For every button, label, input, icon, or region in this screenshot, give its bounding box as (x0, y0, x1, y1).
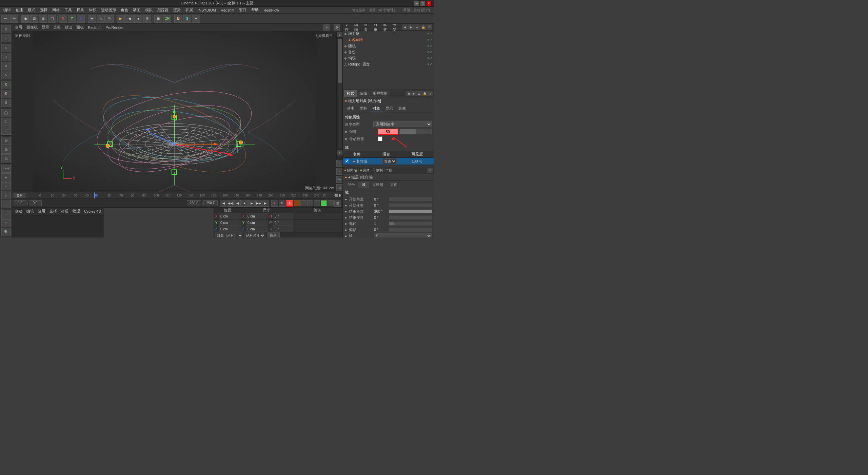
stop-btn[interactable]: ■ (241, 200, 248, 207)
move-btn[interactable]: ✛ (88, 15, 96, 23)
layer-tab-direction[interactable]: 方向 (387, 182, 401, 188)
undo-button[interactable]: ↩ (1, 15, 9, 23)
add-btn[interactable]: + (1, 34, 11, 42)
play-reverse-btn[interactable]: ◀ (234, 200, 241, 207)
sculpt-btn[interactable]: S (1, 90, 11, 98)
menu-animation[interactable]: 动画 (131, 7, 142, 13)
play-btn[interactable]: ▶ (248, 200, 255, 207)
rotate-btn[interactable]: ↻ (105, 15, 114, 23)
region-checkbox[interactable] (345, 159, 349, 163)
grid-btn[interactable]: ⊞ (154, 15, 162, 23)
vp-menu-panel[interactable]: 面板 (76, 25, 84, 30)
vp-extra-btn[interactable]: ⊡ (336, 184, 343, 191)
x-pos-input[interactable] (219, 213, 241, 219)
bottom-menu-edit[interactable]: 编辑 (25, 209, 35, 214)
b-rot-input[interactable] (273, 226, 293, 232)
consider-mass-checkbox[interactable] (378, 136, 382, 141)
scale-tool[interactable]: ⤡ (1, 71, 11, 79)
next-frame-btn[interactable]: ▶▶ (255, 200, 262, 207)
layer-tab-blend[interactable]: 混合 (344, 182, 358, 188)
props-nav-back[interactable]: ◀ (406, 91, 411, 96)
obj-backup[interactable]: ◆ 备份 ■ ✓ (343, 49, 434, 55)
frame-end-input[interactable] (187, 200, 201, 206)
menu-tools[interactable]: 工具 (62, 7, 74, 13)
qr-btn[interactable]: QR (163, 15, 171, 23)
bridge-btn[interactable]: ⊡ (1, 154, 11, 163)
menu-mode[interactable]: 模式 (26, 7, 37, 13)
redo-button[interactable]: ↪ (10, 15, 18, 23)
bottom-menu-material[interactable]: 材质 (60, 209, 70, 214)
render-btn[interactable]: ▶ (117, 15, 125, 23)
vp-menu-display[interactable]: 显示 (42, 25, 49, 30)
viewport-scrollbar[interactable]: ▲ ▼ + − 📷 ⊡ (336, 31, 342, 192)
go-start-btn[interactable]: |◀ (220, 200, 226, 207)
apply-button[interactable]: 应用 (267, 232, 280, 238)
autokey-btn[interactable]: A (286, 200, 293, 207)
vp-menu-redshift[interactable]: Redshift (88, 25, 101, 30)
extra-btn[interactable]: ✦ (192, 15, 200, 23)
vp-plus-btn[interactable]: + (336, 160, 343, 167)
snap-btn[interactable]: S (183, 15, 191, 23)
vp-menu-options[interactable]: 选项 (53, 25, 61, 30)
vp-expand-btn[interactable]: ↗ (323, 24, 330, 31)
obj-field[interactable]: ◆ 均场 ■ ✓ (343, 55, 434, 61)
rect-tool[interactable]: □ (1, 219, 11, 227)
bottom-menu-create[interactable]: 创建 (14, 209, 24, 214)
y-pos-input[interactable] (219, 220, 241, 226)
menu-create[interactable]: 创建 (14, 7, 25, 13)
obj-direction-field[interactable]: ● 名向域 ■ ✓ (343, 37, 434, 43)
menu-extend[interactable]: 扩展 (183, 7, 195, 13)
select-model-btn[interactable]: ◉ (21, 15, 29, 23)
rp-nav-expand[interactable]: ↗ (427, 24, 432, 30)
lasso-btn[interactable]: ◯ (1, 109, 11, 117)
deform-btn[interactable]: ⌂ (1, 191, 11, 199)
transform-end-bar[interactable] (389, 215, 432, 220)
layer-tab-remap[interactable]: 重映射 (369, 182, 387, 188)
spline2-btn[interactable]: ∫ (1, 200, 11, 208)
select-polys-btn[interactable]: ◫ (48, 15, 56, 23)
vp-menu-camera[interactable]: 摄像机 (26, 25, 38, 30)
angle-start-bar[interactable] (389, 197, 432, 201)
vp-menu-filter[interactable]: 过滤 (65, 25, 72, 30)
strength-slider[interactable] (399, 129, 432, 134)
bottom-menu-view[interactable]: 查看 (37, 209, 47, 214)
rp-nav-lock[interactable]: 🔒 (420, 24, 426, 30)
camera-btn[interactable]: CAM (1, 165, 11, 173)
menu-character[interactable]: 角色 (119, 7, 130, 13)
size-mode-select[interactable]: 绝对尺寸 (244, 232, 265, 238)
mode-tab-userdata[interactable]: 用户数据 (370, 90, 390, 97)
menu-edit[interactable]: 编辑 (1, 7, 13, 13)
viewport-canvas[interactable]: X Y (12, 31, 336, 192)
iterate-bar[interactable] (389, 222, 432, 226)
select-edges-btn[interactable]: ⊞ (39, 15, 47, 23)
vp-minus-btn[interactable]: − (336, 168, 343, 175)
region-icons-expand[interactable]: ↗ (427, 168, 433, 173)
knife-btn[interactable]: ⊠ (1, 146, 11, 154)
vp-menu-prorender[interactable]: ProRender (105, 25, 123, 30)
move-tool[interactable]: ✛ (1, 53, 11, 61)
select-points-btn[interactable]: ⊡ (30, 15, 38, 23)
rp-nav-forward[interactable]: ▶ (408, 24, 414, 30)
menu-tracker[interactable]: 跟踪器 (155, 7, 171, 13)
props-nav-forward[interactable]: ▶ (411, 91, 416, 96)
render-settings-btn[interactable]: ⚙ (143, 15, 151, 23)
props-tab-object[interactable]: 对象 (370, 105, 383, 112)
frame-total-input[interactable] (203, 200, 218, 206)
obj-forcefield[interactable]: ◆ 域力场 ■ ✓ (343, 31, 434, 37)
props-tab-display[interactable]: 显示 (383, 105, 396, 112)
region-blend-select[interactable]: 普通 (382, 158, 397, 164)
vp-settings-btn[interactable]: ⚙ (334, 24, 340, 31)
circle-tool[interactable]: ○ (1, 210, 11, 218)
bottom-menu-cycles[interactable]: Cycles 4D (83, 209, 102, 213)
menu-insydium[interactable]: INSYDIUM (196, 7, 218, 13)
x-axis-btn[interactable]: X (59, 15, 67, 23)
timeline-extra-btn[interactable]: ▤ (334, 200, 341, 207)
extrude-btn[interactable]: ⊟ (1, 137, 11, 145)
menu-realflow[interactable]: RealFlow (261, 7, 281, 13)
spline-pen[interactable]: S (1, 99, 11, 107)
props-tab-basic[interactable]: 基本 (344, 105, 357, 112)
render-region-btn[interactable]: ◀ (125, 15, 134, 23)
close-button[interactable]: ✕ (427, 1, 431, 6)
menu-mesh[interactable]: 网格 (50, 7, 62, 13)
loop-btn[interactable]: ↻ (279, 200, 285, 207)
